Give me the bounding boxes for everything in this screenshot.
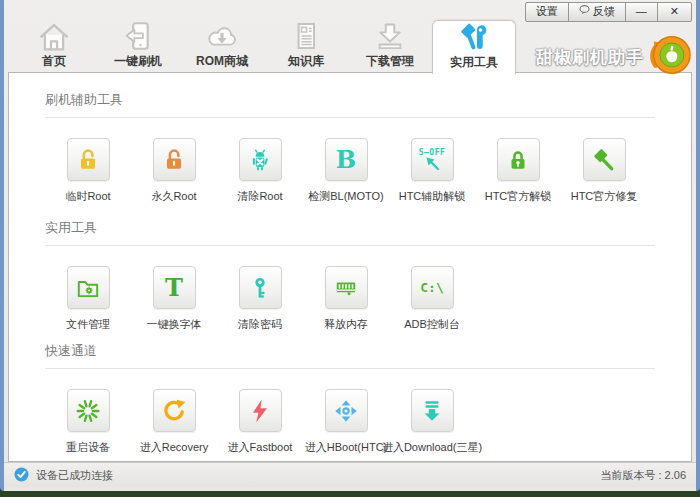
feedback-label: 反馈 bbox=[593, 5, 615, 18]
feedback-button[interactable]: 反馈 bbox=[568, 2, 626, 22]
nav-label: 知识库 bbox=[288, 53, 324, 70]
tool-clear-password[interactable]: 清除密码 bbox=[217, 266, 303, 332]
section-title: 刷机辅助工具 bbox=[45, 91, 655, 109]
close-button[interactable]: ✕ bbox=[657, 2, 692, 22]
status-message: 设备已成功连接 bbox=[36, 468, 113, 483]
section-flash-tools: 刷机辅助工具 临时Root 永久Root bbox=[45, 91, 655, 204]
tool-perm-root[interactable]: 永久Root bbox=[131, 138, 217, 204]
tool-label: HTC辅助解锁 bbox=[399, 189, 466, 204]
hammer-icon bbox=[583, 138, 626, 181]
tool-label: HTC官方修复 bbox=[571, 189, 638, 204]
tool-label: 重启设备 bbox=[66, 440, 110, 455]
tool-row: 临时Root 永久Root 清除Root B bbox=[45, 138, 655, 204]
section-divider bbox=[45, 368, 655, 369]
tool-enter-download[interactable]: 进入Download(三星) bbox=[389, 389, 475, 455]
letter-b-icon: B bbox=[325, 138, 368, 181]
nav-item-knowledge[interactable]: 知识库 bbox=[264, 20, 348, 73]
tool-label: ADB控制台 bbox=[404, 317, 460, 332]
key-icon bbox=[239, 266, 282, 309]
tool-label: 释放内存 bbox=[324, 317, 368, 332]
nav-item-utilities-active[interactable]: 实用工具 bbox=[432, 20, 516, 74]
tool-temp-root[interactable]: 临时Root bbox=[45, 138, 131, 204]
tool-enter-hboot[interactable]: 进入HBoot(HTC) bbox=[303, 389, 389, 455]
tools-icon bbox=[457, 21, 491, 53]
section-divider bbox=[45, 117, 655, 118]
main-nav: 首页 一键刷机 ROM商城 知识库 下载管理 bbox=[12, 20, 516, 74]
status-bar: 设备已成功连接 当前版本号 : 2.06 bbox=[4, 462, 696, 487]
s-off-arrow-icon: S–OFF bbox=[411, 138, 454, 181]
unlock-open-icon bbox=[153, 138, 196, 181]
tool-label: 进入Fastboot bbox=[228, 440, 293, 455]
letter-t-icon: T bbox=[153, 266, 196, 309]
tool-free-memory[interactable]: 释放内存 bbox=[303, 266, 389, 332]
tool-file-manager[interactable]: 文件管理 bbox=[45, 266, 131, 332]
unlock-open-icon bbox=[67, 138, 110, 181]
tool-label: 进入HBoot(HTC) bbox=[305, 440, 388, 455]
console-icon: C:\ bbox=[411, 266, 454, 309]
tool-label: 文件管理 bbox=[66, 317, 110, 332]
tool-label: 永久Root bbox=[151, 189, 196, 204]
tool-label: 进入Recovery bbox=[140, 440, 208, 455]
feedback-bubble-icon bbox=[579, 5, 590, 18]
tool-detect-bl[interactable]: B 检测BL(MOTO) bbox=[303, 138, 389, 204]
tool-clear-root[interactable]: 清除Root bbox=[217, 138, 303, 204]
tool-htc-repair[interactable]: HTC官方修复 bbox=[561, 138, 647, 204]
tool-label: 临时Root bbox=[65, 189, 110, 204]
tool-enter-recovery[interactable]: 进入Recovery bbox=[131, 389, 217, 455]
tool-adb-console[interactable]: C:\ ADB控制台 bbox=[389, 266, 475, 332]
app-logo-text: 甜椒刷机助手 bbox=[536, 46, 644, 69]
memory-icon bbox=[325, 266, 368, 309]
android-clear-icon bbox=[239, 138, 282, 181]
tool-change-font[interactable]: T 一键换字体 bbox=[131, 266, 217, 332]
section-title: 快速通道 bbox=[45, 342, 655, 360]
window-controls: 设置 反馈 — ✕ bbox=[526, 2, 692, 22]
minimize-button[interactable]: — bbox=[625, 2, 658, 22]
knowledge-doc-icon bbox=[290, 20, 322, 52]
tool-htc-soff[interactable]: S–OFF HTC辅助解锁 bbox=[389, 138, 475, 204]
section-title: 实用工具 bbox=[45, 219, 655, 237]
nav-label: 实用工具 bbox=[450, 54, 498, 71]
tool-label: 一键换字体 bbox=[147, 317, 202, 332]
close-icon: ✕ bbox=[670, 5, 679, 18]
pepper-logo-icon bbox=[646, 32, 692, 82]
minimize-glyph: — bbox=[636, 5, 647, 18]
nav-item-one-key-flash[interactable]: 一键刷机 bbox=[96, 20, 180, 73]
cloud-download-icon bbox=[204, 20, 240, 52]
tool-row: 文件管理 T 一键换字体 清除密码 bbox=[45, 266, 655, 332]
app-logo: 甜椒刷机助手 bbox=[536, 32, 692, 82]
nav-item-home[interactable]: 首页 bbox=[12, 20, 96, 73]
check-circle-icon bbox=[14, 467, 29, 484]
tool-restart-device[interactable]: 重启设备 bbox=[45, 389, 131, 455]
status-left: 设备已成功连接 bbox=[14, 467, 113, 484]
download-tray-icon bbox=[373, 20, 407, 52]
recovery-arrow-icon bbox=[153, 389, 196, 432]
settings-button[interactable]: 设置 bbox=[525, 2, 569, 22]
restart-burst-icon bbox=[67, 389, 110, 432]
nav-item-download-manager[interactable]: 下载管理 bbox=[348, 20, 432, 73]
tool-label: 清除密码 bbox=[238, 317, 282, 332]
version-text: 当前版本号 : 2.06 bbox=[600, 468, 686, 483]
nav-item-rom-store[interactable]: ROM商城 bbox=[180, 20, 264, 73]
app-window: 设置 反馈 — ✕ 首页 一键刷机 ROM商城 bbox=[0, 0, 700, 491]
lock-closed-icon bbox=[497, 138, 540, 181]
nav-label: 一键刷机 bbox=[114, 53, 162, 70]
section-utilities: 实用工具 文件管理 T 一键换字体 bbox=[45, 219, 655, 332]
tool-label: 检测BL(MOTO) bbox=[308, 189, 384, 204]
phone-flash-icon bbox=[121, 20, 155, 52]
tool-enter-fastboot[interactable]: 进入Fastboot bbox=[217, 389, 303, 455]
content-panel: 刷机辅助工具 临时Root 永久Root bbox=[8, 72, 692, 462]
lightning-icon bbox=[239, 389, 282, 432]
nav-label: 下载管理 bbox=[366, 53, 414, 70]
tool-label: 进入Download(三星) bbox=[382, 440, 482, 455]
tool-htc-unlock[interactable]: HTC官方解锁 bbox=[475, 138, 561, 204]
tool-label: HTC官方解锁 bbox=[485, 189, 552, 204]
dpad-icon bbox=[325, 389, 368, 432]
settings-label: 设置 bbox=[536, 5, 558, 18]
tool-label: 清除Root bbox=[237, 189, 282, 204]
download-arrow-icon bbox=[411, 389, 454, 432]
home-icon bbox=[37, 20, 71, 52]
folder-gear-icon bbox=[67, 266, 110, 309]
section-quick-channel: 快速通道 重启设备 进入Recovery bbox=[45, 342, 655, 455]
section-divider bbox=[45, 245, 655, 246]
tool-row: 重启设备 进入Recovery 进入Fastboot bbox=[45, 389, 655, 455]
